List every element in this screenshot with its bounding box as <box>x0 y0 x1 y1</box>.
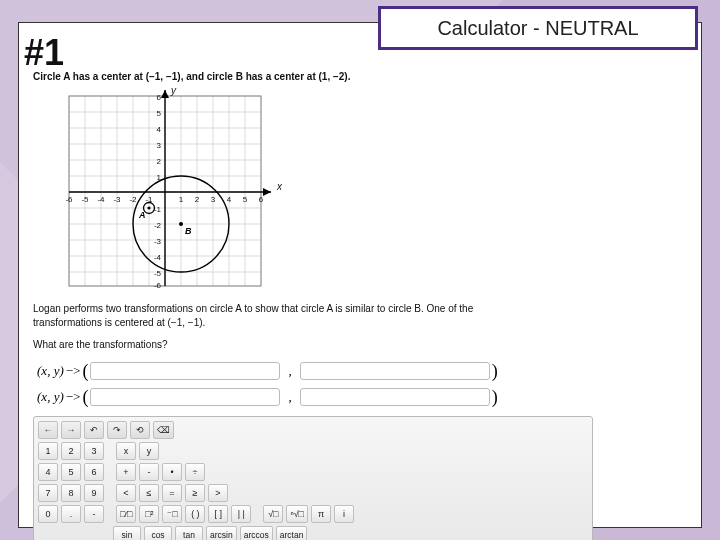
svg-text:2: 2 <box>195 195 200 204</box>
graph-container: -6-5-4-3-2-1 123456 654321 -1-2-3-4-5-6 … <box>33 86 687 296</box>
key-brackets[interactable]: [ ] <box>208 505 228 523</box>
key-square[interactable]: □² <box>139 505 159 523</box>
key-3[interactable]: 3 <box>84 442 104 460</box>
svg-text:-2: -2 <box>129 195 137 204</box>
svg-text:6: 6 <box>157 93 162 102</box>
key-sin[interactable]: sin <box>113 526 141 540</box>
nav-left-button[interactable]: ← <box>38 421 58 439</box>
key-5[interactable]: 5 <box>61 463 81 481</box>
key-9[interactable]: 9 <box>84 484 104 502</box>
key-cos[interactable]: cos <box>144 526 172 540</box>
transform-line-1: Logan performs two transformations on ci… <box>33 303 473 314</box>
toolbar-row-2: 4 5 6 + - • ÷ <box>38 463 588 481</box>
key-7[interactable]: 7 <box>38 484 58 502</box>
key-decimal[interactable]: . <box>61 505 81 523</box>
svg-text:-6: -6 <box>65 195 73 204</box>
svg-text:5: 5 <box>243 195 248 204</box>
svg-text:-4: -4 <box>97 195 105 204</box>
svg-text:-5: -5 <box>81 195 89 204</box>
svg-text:4: 4 <box>157 125 162 134</box>
key-i[interactable]: i <box>334 505 354 523</box>
key-gt[interactable]: > <box>208 484 228 502</box>
backspace-button[interactable]: ⌫ <box>153 421 174 439</box>
svg-text:-5: -5 <box>154 269 162 278</box>
svg-point-56 <box>147 206 150 209</box>
mapping-lhs: (x, y) <box>37 389 64 405</box>
question-card: Circle A has a center at (−1, −1), and c… <box>18 22 702 528</box>
transformation-2-x-input[interactable] <box>90 388 280 406</box>
svg-text:4: 4 <box>227 195 232 204</box>
svg-point-55 <box>179 222 183 226</box>
key-0[interactable]: 0 <box>38 505 58 523</box>
x-axis-label: x <box>276 181 283 192</box>
key-neg[interactable]: - <box>84 505 104 523</box>
key-1[interactable]: 1 <box>38 442 58 460</box>
svg-marker-30 <box>161 90 169 98</box>
key-pi[interactable]: π <box>311 505 331 523</box>
key-dot-op[interactable]: • <box>162 463 182 481</box>
svg-text:-3: -3 <box>113 195 121 204</box>
comma: , <box>288 363 291 379</box>
redo-button[interactable]: ↷ <box>107 421 127 439</box>
key-abs[interactable]: | | <box>231 505 251 523</box>
mapping-lhs: (x, y) <box>37 363 64 379</box>
key-le[interactable]: ≤ <box>139 484 159 502</box>
arrow-icon: −> <box>66 389 81 405</box>
paren-open: ( <box>82 364 88 378</box>
svg-text:3: 3 <box>157 141 162 150</box>
toolbar-row-5: sin cos tan arcsin arccos arctan <box>38 526 588 540</box>
key-sqrt[interactable]: √□ <box>263 505 283 523</box>
transformation-1-x-input[interactable] <box>90 362 280 380</box>
question-number: #1 <box>24 32 64 74</box>
mapping-row-1: (x, y) −> ( , ) <box>37 362 687 380</box>
key-arctan[interactable]: arctan <box>276 526 308 540</box>
key-2[interactable]: 2 <box>61 442 81 460</box>
key-parens[interactable]: ( ) <box>185 505 205 523</box>
key-arccos[interactable]: arccos <box>240 526 273 540</box>
paren-open: ( <box>82 390 88 404</box>
key-ge[interactable]: ≥ <box>185 484 205 502</box>
svg-text:3: 3 <box>211 195 216 204</box>
key-divide[interactable]: ÷ <box>185 463 205 481</box>
reset-button[interactable]: ⟲ <box>130 421 150 439</box>
key-plus[interactable]: + <box>116 463 136 481</box>
svg-marker-28 <box>263 188 271 196</box>
key-lt[interactable]: < <box>116 484 136 502</box>
transformation-text: Logan performs two transformations on ci… <box>33 302 687 329</box>
key-fraction[interactable]: □⁄□ <box>116 505 136 523</box>
key-4[interactable]: 4 <box>38 463 58 481</box>
key-minus[interactable]: - <box>139 463 159 481</box>
key-8[interactable]: 8 <box>61 484 81 502</box>
key-arcsin[interactable]: arcsin <box>206 526 237 540</box>
circle-B-label: B <box>185 226 192 236</box>
toolbar-row-4: 0 . - □⁄□ □² ⁻□ ( ) [ ] | | √□ ⁿ√□ π i <box>38 505 588 523</box>
transformation-2-y-input[interactable] <box>300 388 490 406</box>
transform-line-2: transformations is centered at (−1, −1). <box>33 317 205 328</box>
svg-text:6: 6 <box>259 195 264 204</box>
transformation-1-y-input[interactable] <box>300 362 490 380</box>
undo-button[interactable]: ↶ <box>84 421 104 439</box>
key-eq[interactable]: = <box>162 484 182 502</box>
svg-text:-2: -2 <box>154 221 162 230</box>
toolbar-row-3: 7 8 9 < ≤ = ≥ > <box>38 484 588 502</box>
toolbar-row-1: 1 2 3 x y <box>38 442 588 460</box>
key-nroot[interactable]: ⁿ√□ <box>286 505 308 523</box>
question-text: What are the transformations? <box>33 339 687 350</box>
mapping-row-2: (x, y) −> ( , ) <box>37 388 687 406</box>
svg-text:-6: -6 <box>154 281 162 290</box>
comma: , <box>288 389 291 405</box>
nav-right-button[interactable]: → <box>61 421 81 439</box>
paren-close: ) <box>492 390 498 404</box>
key-6[interactable]: 6 <box>84 463 104 481</box>
key-tan[interactable]: tan <box>175 526 203 540</box>
key-y[interactable]: y <box>139 442 159 460</box>
svg-text:-1: -1 <box>154 205 162 214</box>
svg-text:2: 2 <box>157 157 162 166</box>
coordinate-graph: -6-5-4-3-2-1 123456 654321 -1-2-3-4-5-6 … <box>39 86 294 296</box>
paren-close: ) <box>492 364 498 378</box>
key-neg-exp[interactable]: ⁻□ <box>162 505 182 523</box>
key-x[interactable]: x <box>116 442 136 460</box>
y-axis-label: y <box>170 86 177 96</box>
arrow-icon: −> <box>66 363 81 379</box>
svg-text:-3: -3 <box>154 237 162 246</box>
